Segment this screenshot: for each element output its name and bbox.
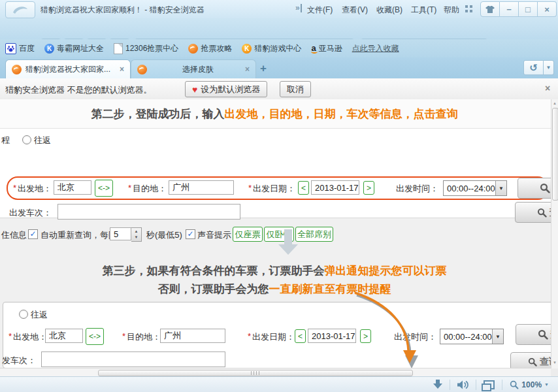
select-caret-icon: ▼ [492,329,503,344]
date-prev-button[interactable]: < [298,181,309,195]
navigation-toolbar: ← ↻ ⌂ ☆ ✓ www.liebao.cn/12306/in ☆ ▼ → ▼… [0,18,558,39]
seat-only-button[interactable]: 仅座票 [233,227,263,242]
notification-close-icon[interactable]: × [545,83,550,93]
swap-stations-button[interactable]: <-> [95,180,113,197]
zoom-caret-icon[interactable]: ▼ [544,382,549,387]
cancel-button[interactable]: 取消 [280,81,311,97]
horizontal-scrollbar[interactable] [0,368,551,376]
from-label: 出发地： [13,331,47,343]
menu-view[interactable]: 查看(V) [342,5,368,16]
undo-caret-icon[interactable]: ▼ [544,60,554,75]
status-bar: 100% ▼ [0,376,558,392]
swap-stations-button[interactable]: <-> [86,328,104,345]
minimize-button[interactable]: − [500,1,519,17]
magnifier-icon [510,380,519,389]
to-input[interactable] [169,180,234,195]
menu-help[interactable]: 帮助 [444,5,459,16]
maximize-button[interactable]: □ [519,1,538,17]
tab-skin[interactable]: 选择皮肤 × [131,59,256,78]
bookmark-guide[interactable]: 抢票攻略 [188,43,232,54]
to-input[interactable] [160,329,225,343]
from-input[interactable] [54,180,91,195]
train-input[interactable] [41,351,225,367]
required-mark: * [128,183,131,193]
required-mark: * [13,183,16,193]
down-arrow-icon [278,229,298,255]
search-icon [537,208,547,218]
k-orange-icon: K [242,44,252,54]
required-mark: * [248,183,252,193]
zoom-control[interactable]: 100% ▼ [510,380,549,389]
app-logo-icon[interactable] [5,1,35,18]
statusbar-download-button[interactable] [433,380,442,389]
scroll-down-icon[interactable]: ▼ [553,361,557,365]
bookmark-label: 12306抢票中心 [125,43,178,54]
step3-normal-text: 否则，订票助手会为您 [158,283,269,295]
roundtrip-label: 往返 [34,135,51,146]
tab-close-icon[interactable]: × [245,65,250,74]
date-prev-button[interactable]: < [295,329,306,343]
bookmark-gamecenter[interactable]: K 猎豹游戏中心 [242,43,301,54]
vertical-scrollbar-thumb[interactable] [552,108,558,201]
cancel-label: 取消 [287,84,304,95]
bookmark-baidu[interactable]: 百度 [5,43,35,54]
divider [450,380,450,390]
set-default-label: 设为默认浏览器 [201,84,260,95]
skin-button[interactable] [480,1,500,17]
shirt-icon [485,6,495,13]
roundtrip-radio[interactable] [22,135,31,144]
reopen-tab-group: ↺ ▼ [523,60,554,75]
bookmark-12306[interactable]: 12306抢票中心 [114,43,178,54]
from-input[interactable] [45,329,83,343]
bookmark-label: 百度 [19,43,35,54]
time-select[interactable]: 00:00--24:00 ▼ [443,180,507,196]
search-icon [528,357,537,367]
menu-file[interactable]: 文件(F) [307,5,333,16]
time-select[interactable]: 00:00--24:00 ▼ [440,329,504,344]
undo-close-tab-button[interactable]: ↺ [523,60,544,75]
cheetah-icon [188,44,198,54]
restore-layout-button[interactable] [484,380,495,389]
scroll-up-icon[interactable]: ▲ [553,101,557,105]
date-next-button[interactable]: > [363,181,374,195]
step3-heading-line2: 否则，订票助手会为您一直刷新直至有票时提醒 [0,282,549,297]
train-label: 出发车次： [9,207,52,219]
roundtrip-radio[interactable] [19,310,28,319]
menu-tools[interactable]: 工具(T) [411,5,436,16]
to-label: 目的地： [127,331,161,343]
time-select-value: 00:00--24:00 [440,332,492,342]
menu-favorites[interactable]: 收藏(B) [376,5,402,16]
menu-collapse-icon[interactable]: » [295,4,302,12]
volume-button[interactable] [457,380,468,389]
notification-message: 猎豹安全浏览器 不是您的默认浏览器。 [5,84,152,96]
select-caret-icon: ▼ [495,181,506,195]
interval-input[interactable] [110,227,131,240]
vertical-scrollbar[interactable]: ▲ ▼ [551,99,558,368]
cheetah-favicon-icon [12,65,22,74]
interval-unit-label: 秒(最低5) [146,229,182,241]
grid-icon[interactable] [465,5,472,12]
tab-label: 选择皮肤 [151,64,245,75]
bookmark-duba[interactable]: K 毒霸网址大全 [44,43,104,54]
new-tab-button[interactable]: + [260,62,267,75]
default-browser-notification: 猎豹安全浏览器 不是您的默认浏览器。 ♥ 设为默认浏览器 取消 × [0,78,558,100]
date-input[interactable] [311,180,359,195]
tab-home[interactable]: 猎豹浏览器祝大家回家... × [5,59,131,78]
remember-label-partial: 住信息 [1,229,27,241]
all-classes-button[interactable]: 全部席别 [295,227,333,242]
spin-up-icon[interactable]: ▲ [135,229,139,235]
trip-type-label: 程 [1,135,10,146]
train-input[interactable] [57,204,240,220]
heart-icon: ♥ [192,84,197,95]
close-button[interactable]: × [538,1,557,17]
auto-requery-checkbox[interactable]: ✓ [28,229,38,239]
tab-label: 猎豹浏览器祝大家回家... [25,64,110,75]
set-default-button[interactable]: ♥ 设为默认浏览器 [185,81,267,97]
sound-checkbox[interactable]: ✓ [186,229,195,239]
interval-stepper[interactable]: ▲▼ [131,227,142,242]
import-favorites-link[interactable]: 点此导入收藏 [352,43,399,54]
bookmark-amazon[interactable]: a 亚马逊 [311,43,342,54]
tab-close-icon[interactable]: × [120,65,124,74]
horizontal-scrollbar-thumb[interactable] [98,370,413,376]
spin-down-icon[interactable]: ▼ [135,235,139,240]
